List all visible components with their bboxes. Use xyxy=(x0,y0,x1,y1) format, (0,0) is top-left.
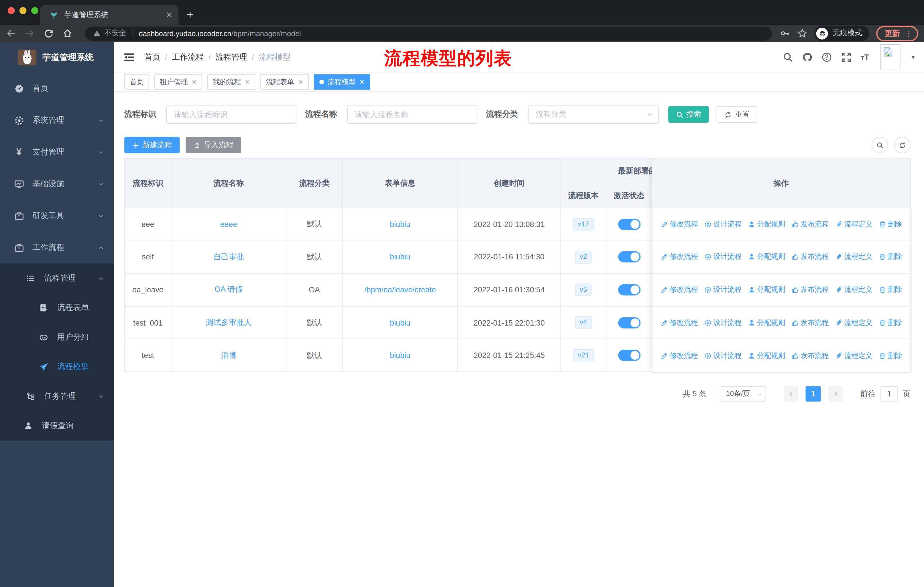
avatar[interactable] xyxy=(881,44,901,70)
row-action-link[interactable]: 删除 xyxy=(878,317,902,327)
form-info-link[interactable]: /bpm/oa/leave/create xyxy=(364,286,436,294)
browser-tab[interactable]: 芋道管理系统 ✕ xyxy=(40,5,178,25)
row-action-link[interactable]: 分配规则 xyxy=(747,252,785,262)
minimize-window-button[interactable] xyxy=(20,7,26,14)
form-info-link[interactable]: biubiu xyxy=(390,351,410,360)
breadcrumb-home[interactable]: 首页 xyxy=(144,51,160,62)
collapse-sidebar-icon[interactable] xyxy=(123,51,135,63)
toggle-search-button[interactable] xyxy=(871,137,888,153)
row-action-link[interactable]: 删除 xyxy=(878,351,902,360)
sidebar-item-leave-query[interactable]: 请假查询 xyxy=(0,411,114,440)
row-action-link[interactable]: 流程定义 xyxy=(835,252,873,262)
row-action-link[interactable]: 修改流程 xyxy=(660,351,698,360)
tag-process-form[interactable]: 流程表单✕ xyxy=(261,74,309,89)
close-icon[interactable]: ✕ xyxy=(244,78,250,86)
form-info-link[interactable]: biubiu xyxy=(390,318,410,327)
forward-icon[interactable] xyxy=(25,28,35,38)
row-action-link[interactable]: 删除 xyxy=(878,285,902,295)
tag-process-model[interactable]: 流程模型✕ xyxy=(314,74,370,89)
process-id-input[interactable] xyxy=(166,105,297,124)
row-action-link[interactable]: 流程定义 xyxy=(835,219,873,229)
update-button[interactable]: 更新 ⋮ xyxy=(876,25,918,41)
tab-close-icon[interactable]: ✕ xyxy=(166,11,173,19)
row-action-link[interactable]: 设计流程 xyxy=(704,285,742,295)
password-key-icon[interactable] xyxy=(780,28,790,38)
sidebar-item-home[interactable]: 首页 xyxy=(0,73,114,104)
row-action-link[interactable]: 发布流程 xyxy=(791,219,829,229)
new-tab-button[interactable]: + xyxy=(187,8,193,21)
tag-tenant[interactable]: 租户管理✕ xyxy=(154,74,202,89)
home-icon[interactable] xyxy=(63,28,73,38)
active-toggle[interactable] xyxy=(618,219,640,230)
url-bar[interactable]: 不安全 dashboard.yudao.iocoder.cn /bpm/mana… xyxy=(85,26,772,40)
sidebar-item-system[interactable]: 系统管理 xyxy=(0,104,114,136)
version-badge[interactable]: v17 xyxy=(573,218,594,230)
github-icon[interactable] xyxy=(802,51,813,62)
row-action-link[interactable]: 分配规则 xyxy=(747,285,785,295)
sidebar-item-infrastructure[interactable]: 基础设施 xyxy=(0,168,114,200)
row-action-link[interactable]: 删除 xyxy=(878,219,902,229)
row-action-link[interactable]: 设计流程 xyxy=(704,317,742,327)
row-action-link[interactable]: 发布流程 xyxy=(791,351,829,360)
row-action-link[interactable]: 设计流程 xyxy=(704,252,742,262)
search-icon[interactable] xyxy=(783,51,794,62)
close-window-button[interactable] xyxy=(8,7,15,14)
row-action-link[interactable]: 发布流程 xyxy=(791,252,829,262)
row-action-link[interactable]: 修改流程 xyxy=(660,252,698,262)
avatar-caret-icon[interactable]: ▼ xyxy=(911,54,916,60)
reset-button[interactable]: 重置 xyxy=(717,106,757,123)
prev-page-button[interactable] xyxy=(784,386,798,402)
row-action-link[interactable]: 分配规则 xyxy=(747,219,785,229)
import-process-button[interactable]: 导入流程 xyxy=(186,137,241,153)
row-action-link[interactable]: 流程定义 xyxy=(835,351,873,360)
version-badge[interactable]: v5 xyxy=(575,283,592,296)
app-logo-row[interactable]: 芋道管理系统 xyxy=(0,42,114,73)
row-action-link[interactable]: 分配规则 xyxy=(747,317,785,327)
form-info-link[interactable]: biubiu xyxy=(390,253,410,261)
process-name-input[interactable] xyxy=(347,105,477,124)
fullscreen-icon[interactable] xyxy=(841,51,852,62)
process-name-link[interactable]: 测试多审批人 xyxy=(206,318,251,327)
refresh-table-button[interactable] xyxy=(894,137,911,153)
row-action-link[interactable]: 发布流程 xyxy=(791,317,829,327)
breadcrumb-workflow[interactable]: 工作流程 xyxy=(172,51,204,62)
process-name-link[interactable]: eeee xyxy=(220,220,238,229)
tag-home[interactable]: 首页 xyxy=(124,74,149,89)
active-toggle[interactable] xyxy=(618,350,640,361)
version-badge[interactable]: v2 xyxy=(575,251,592,263)
form-info-link[interactable]: biubiu xyxy=(390,220,410,229)
bookmark-star-icon[interactable] xyxy=(797,28,807,38)
sidebar-item-process-management[interactable]: 流程管理 xyxy=(0,264,114,293)
row-action-link[interactable]: 流程定义 xyxy=(835,317,873,327)
version-badge[interactable]: v4 xyxy=(575,316,592,329)
sidebar-item-payment[interactable]: ¥ 支付管理 xyxy=(0,136,114,168)
row-action-link[interactable]: 修改流程 xyxy=(660,285,698,295)
sidebar-item-task-management[interactable]: 任务管理 xyxy=(0,382,114,411)
active-toggle[interactable] xyxy=(618,317,640,328)
sidebar-item-workflow[interactable]: 工作流程 xyxy=(0,232,114,264)
create-process-button[interactable]: 新建流程 xyxy=(124,137,180,153)
process-category-select[interactable]: 流程分类 xyxy=(528,105,659,124)
sidebar-item-devtools[interactable]: 研发工具 xyxy=(0,200,114,231)
process-name-link[interactable]: 自己审批 xyxy=(213,252,244,261)
browser-menu-icon[interactable]: ⋮ xyxy=(904,29,912,38)
active-toggle[interactable] xyxy=(618,251,640,263)
row-action-link[interactable]: 发布流程 xyxy=(791,285,829,295)
row-action-link[interactable]: 分配规则 xyxy=(747,351,785,360)
row-action-link[interactable]: 修改流程 xyxy=(660,317,698,327)
font-size-icon[interactable]: TT xyxy=(861,52,869,62)
next-page-button[interactable] xyxy=(828,386,843,402)
sidebar-item-process-model[interactable]: 流程模型 xyxy=(0,352,114,382)
tag-my-process[interactable]: 我的流程✕ xyxy=(208,74,256,89)
process-name-link[interactable]: OA 请假 xyxy=(214,285,243,294)
goto-page-input[interactable] xyxy=(881,386,898,402)
reload-icon[interactable] xyxy=(43,28,54,38)
page-number-button[interactable]: 1 xyxy=(805,386,821,402)
maximize-window-button[interactable] xyxy=(31,7,38,14)
active-toggle[interactable] xyxy=(618,284,640,296)
row-action-link[interactable]: 删除 xyxy=(878,252,902,262)
row-action-link[interactable]: 设计流程 xyxy=(704,351,742,360)
sidebar-item-process-form[interactable]: 流程表单 xyxy=(0,293,114,323)
page-size-select[interactable]: 10条/页 xyxy=(721,386,766,402)
process-name-link[interactable]: 滔博 xyxy=(221,351,236,359)
